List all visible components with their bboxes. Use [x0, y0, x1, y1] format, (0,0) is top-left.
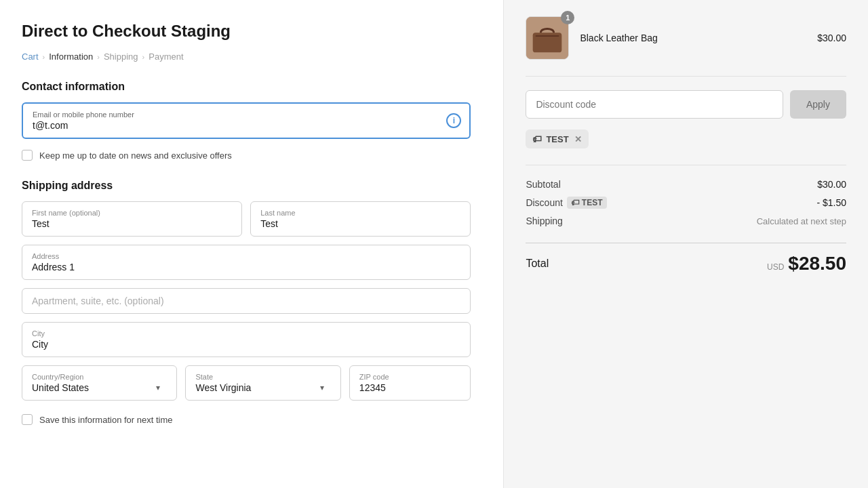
last-name-input[interactable] [260, 218, 460, 229]
quantity-badge: 1 [561, 11, 574, 24]
breadcrumb-information: Information [49, 52, 93, 62]
shipping-row: Shipping Calculated at next step [526, 216, 846, 226]
email-label: Email or mobile phone number [33, 110, 439, 119]
city-input[interactable] [32, 339, 460, 350]
breadcrumb-chevron-3: › [142, 53, 145, 61]
left-panel: Direct to Checkout Staging Cart › Inform… [0, 0, 503, 488]
country-state-zip-row: Country/Region United States ▾ State Wes… [22, 365, 471, 401]
zip-field: ZIP code [349, 365, 471, 401]
right-panel: 1 Black Leather Bag $30.00 Apply 🏷 TEST … [503, 0, 868, 488]
save-info-checkbox[interactable] [22, 414, 33, 425]
breadcrumb: Cart › Information › Shipping › Payment [22, 52, 471, 62]
city-label: City [32, 329, 460, 338]
save-info-label: Save this information for next time [39, 415, 173, 425]
total-amount: $28.50 [788, 253, 846, 274]
product-item: 1 Black Leather Bag $30.00 [526, 16, 846, 60]
info-icon: i [446, 113, 461, 128]
total-currency: USD [767, 262, 784, 272]
discount-amount: - $1.50 [816, 197, 846, 208]
save-info-row: Save this information for next time [22, 414, 471, 425]
state-select-wrapper: West Virginia ▾ [195, 382, 330, 393]
contact-section-title: Contact information [22, 81, 471, 93]
address-field: Address [22, 245, 471, 280]
page-title: Direct to Checkout Staging [22, 22, 471, 41]
total-row: Total USD $28.50 [526, 253, 846, 274]
tag-icon: 🏷 [532, 134, 542, 144]
product-image-wrapper: 1 [526, 16, 569, 60]
product-name: Black Leather Bag [580, 33, 806, 43]
discount-tag-label: TEST [546, 134, 568, 144]
total-value-group: USD $28.50 [767, 253, 846, 274]
first-name-field: First name (optional) [22, 201, 242, 237]
city-field: City [22, 322, 471, 357]
email-field-wrapper: Email or mobile phone number i [22, 102, 471, 139]
country-select[interactable]: United States [32, 382, 167, 393]
first-name-input[interactable] [32, 218, 232, 229]
zip-label: ZIP code [359, 373, 461, 381]
zip-input[interactable] [359, 382, 461, 393]
country-field: Country/Region United States ▾ [22, 365, 177, 401]
discount-summary-row: Discount 🏷 TEST - $1.50 [526, 197, 846, 209]
discount-tag-code-inline: TEST [582, 198, 603, 207]
divider-1 [526, 76, 846, 77]
discount-input[interactable] [526, 90, 783, 119]
discount-tag-icon-inline: 🏷 [571, 198, 579, 207]
total-label: Total [526, 258, 549, 270]
discount-label-group: Discount 🏷 TEST [526, 197, 606, 209]
discount-text-label: Discount [526, 197, 562, 208]
shipping-section-title: Shipping address [22, 180, 471, 192]
total-divider [526, 243, 846, 243]
address-input[interactable] [32, 262, 460, 272]
state-field: State West Virginia ▾ [185, 365, 340, 401]
newsletter-row: Keep me up to date on news and exclusive… [22, 150, 471, 161]
subtotal-row: Subtotal $30.00 [526, 179, 846, 190]
subtotal-value: $30.00 [817, 179, 846, 190]
address-label: Address [32, 252, 460, 260]
state-select[interactable]: West Virginia [195, 382, 330, 393]
first-name-label: First name (optional) [32, 209, 232, 217]
apartment-field [22, 288, 471, 314]
apply-button[interactable]: Apply [790, 90, 846, 119]
name-row: First name (optional) Last name [22, 201, 471, 237]
remove-discount-button[interactable]: ✕ [574, 134, 582, 144]
product-price: $30.00 [817, 33, 846, 43]
svg-rect-2 [536, 35, 559, 37]
subtotal-label: Subtotal [526, 179, 560, 190]
breadcrumb-chevron-1: › [43, 53, 45, 61]
apartment-input[interactable] [32, 296, 460, 306]
newsletter-checkbox[interactable] [22, 150, 33, 161]
applied-discount-tag: 🏷 TEST ✕ [526, 129, 588, 148]
country-select-wrapper: United States ▾ [32, 382, 167, 393]
country-label: Country/Region [32, 373, 167, 381]
breadcrumb-chevron-2: › [97, 53, 100, 61]
state-label: State [195, 373, 330, 381]
newsletter-label: Keep me up to date on news and exclusive… [39, 150, 232, 161]
divider-2 [526, 165, 846, 165]
breadcrumb-cart[interactable]: Cart [22, 52, 39, 62]
shipping-value: Calculated at next step [757, 216, 846, 226]
discount-code-row: Apply [526, 90, 846, 119]
breadcrumb-payment: Payment [149, 52, 183, 62]
last-name-field: Last name [250, 201, 471, 237]
discount-inline-tag: 🏷 TEST [567, 197, 607, 209]
price-summary: Subtotal $30.00 Discount 🏷 TEST - $1.50 … [526, 179, 846, 226]
last-name-label: Last name [260, 209, 460, 217]
breadcrumb-shipping: Shipping [104, 52, 138, 62]
shipping-label: Shipping [526, 216, 563, 226]
email-input[interactable] [33, 120, 439, 131]
